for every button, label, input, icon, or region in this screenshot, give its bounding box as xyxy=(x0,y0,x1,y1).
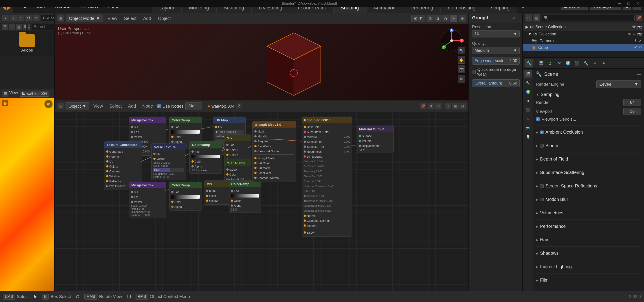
pan-button[interactable]: ✋ xyxy=(458,56,465,64)
rp-icon-1[interactable]: ⊞ xyxy=(525,14,532,21)
scene-eye-icon[interactable]: 👁 xyxy=(632,25,636,29)
shad-header[interactable]: ▶ Shadows xyxy=(536,249,641,258)
ne-settings-button[interactable]: ⚙ xyxy=(460,103,466,109)
solid-button[interactable]: ◕ xyxy=(434,15,442,22)
slot-select[interactable]: Slot 1 xyxy=(186,102,202,110)
camera-button[interactable]: 📷 xyxy=(458,65,465,73)
resolution-select[interactable]: 1K ▼ xyxy=(472,30,520,37)
ne-header-icon[interactable]: ⊞ xyxy=(58,103,64,109)
ne-select-button[interactable]: Select xyxy=(107,103,124,110)
perf-header[interactable]: ▶ Performance xyxy=(536,222,641,231)
viewport-denoise-checkbox[interactable] xyxy=(536,117,540,121)
collection-expand[interactable]: ▼ xyxy=(528,32,532,36)
sidebar-scene-icon[interactable]: 🔧 xyxy=(524,79,532,87)
dof-header[interactable]: ▶ Depth of Field xyxy=(536,155,641,163)
filter-button[interactable]: ▽ xyxy=(28,24,30,30)
tab-world[interactable]: 🌍 xyxy=(564,59,572,67)
ne-copy-button[interactable]: ⧉ xyxy=(428,103,434,109)
sidebar-cam-icon[interactable]: 📷 xyxy=(524,124,532,132)
grungit-close-button[interactable]: — xyxy=(516,15,520,20)
scene-search-input[interactable] xyxy=(542,15,634,21)
vol-header[interactable]: ▶ Volumetrics xyxy=(536,209,641,217)
ne-pin-button[interactable]: 📌 xyxy=(420,103,426,109)
edge-wear-scale-input[interactable]: Edge wear scale 2.00 xyxy=(472,57,520,64)
ne-view-button[interactable]: View xyxy=(91,103,105,110)
collection-camera-icon2[interactable]: 📷 xyxy=(637,32,642,36)
camera-visibility-icon[interactable]: ✓ xyxy=(639,39,642,43)
gizmo-button[interactable]: ⊕ xyxy=(458,15,466,22)
ssr-header[interactable]: ▶ Screen Space Reflections xyxy=(536,182,641,190)
add-button[interactable]: Add xyxy=(141,15,154,22)
zoom-button[interactable]: ⊕ xyxy=(44,100,52,108)
use-nodes-check[interactable] xyxy=(157,104,161,108)
viewport-overlays[interactable]: ⊙ ▼ xyxy=(412,15,425,22)
ao-checkbox[interactable] xyxy=(540,130,544,134)
sidebar-lamp-icon[interactable]: 💡 xyxy=(524,133,532,141)
use-nodes-checkbox[interactable]: Use Nodes xyxy=(157,104,184,109)
render-samples-input[interactable]: 64 xyxy=(623,99,641,106)
select-button[interactable]: Select xyxy=(122,15,139,22)
ne-object-select[interactable]: Object ▼ xyxy=(66,102,89,110)
sidebar-obj-icon[interactable]: ⬛ xyxy=(524,106,532,114)
tab-render[interactable]: 🎬 xyxy=(537,59,545,67)
view-list-button[interactable]: ☰ xyxy=(2,24,8,30)
nav-forward-button[interactable]: › xyxy=(10,15,16,21)
view-grid-button[interactable]: ⊞ xyxy=(9,24,15,30)
sidebar-filter-icon[interactable]: ▽ xyxy=(524,115,532,123)
ne-up-button[interactable]: ↑ xyxy=(445,103,452,109)
rp-pin-button[interactable]: 📌 xyxy=(636,15,642,21)
tab-output[interactable]: 🖨 xyxy=(546,59,554,67)
overall-amount-input[interactable]: Overall amount 0.60 xyxy=(472,79,520,87)
sss-header[interactable]: ▶ Subsurface Scattering xyxy=(536,168,641,177)
scene-collapse-button[interactable]: — xyxy=(637,72,641,77)
maximize-button[interactable]: □ xyxy=(625,0,632,7)
zoom-in-button[interactable]: 🔍 xyxy=(458,47,465,54)
ip-menu-button[interactable]: ☰ xyxy=(2,91,8,97)
tab-view[interactable]: 👁 xyxy=(555,59,563,67)
ip-material-name[interactable]: 🖼 wall-top.004 xyxy=(20,91,49,97)
bloom-checkbox[interactable] xyxy=(540,144,544,148)
folder-icon[interactable] xyxy=(19,34,35,47)
il-header[interactable]: ▶ Indirect Lighting xyxy=(536,262,641,271)
material-preview-button[interactable]: ◑ xyxy=(442,15,450,22)
bloom-header[interactable]: ▶ Bloom xyxy=(536,141,641,150)
viewport-header-icon[interactable]: ⊞ xyxy=(58,15,64,21)
collection-eye-icon[interactable]: 👁 xyxy=(628,32,632,36)
rendered-button[interactable]: ● xyxy=(450,15,457,22)
tab-active-scene[interactable]: 🔧 xyxy=(524,59,533,67)
cube-item[interactable]: ▣ Cube 👁 ▽ xyxy=(523,44,644,51)
ao-header[interactable]: ▶ Ambient Occlusion xyxy=(536,128,641,137)
bookmark-button[interactable]: ☆ xyxy=(33,15,40,21)
ssr-checkbox[interactable] xyxy=(540,184,544,188)
ne-add-button[interactable]: Add xyxy=(126,103,138,110)
object-button[interactable]: Object xyxy=(156,15,173,22)
camera-eye-icon[interactable]: 👁 xyxy=(634,39,638,43)
tab-particles[interactable]: ✦ xyxy=(591,59,599,67)
ne-close-button[interactable]: ✕ xyxy=(435,103,442,109)
quality-select[interactable]: Medium ▼ xyxy=(472,47,520,54)
view-tile-button[interactable]: ▦ xyxy=(16,24,22,30)
cube-modifier-icon[interactable]: ▽ xyxy=(639,45,642,50)
nav-refresh-button[interactable]: ↺ xyxy=(25,15,32,21)
sidebar-mat-icon[interactable]: ● xyxy=(524,97,532,105)
film-header[interactable]: ▶ Film xyxy=(536,276,641,285)
cube-eye-icon[interactable]: 👁 xyxy=(634,45,638,49)
mb-header[interactable]: ▶ Motion Blur xyxy=(536,195,641,204)
grungit-expand-button[interactable]: ⤢ xyxy=(512,15,516,20)
render-engine-select[interactable]: Eevee ▼ xyxy=(596,80,641,88)
scene-collection-expand[interactable]: ▶ xyxy=(526,24,528,29)
tab-modifier[interactable]: 🔧 xyxy=(582,59,590,67)
tab-object[interactable]: ⬛ xyxy=(573,59,581,67)
sidebar-render-icon[interactable]: 🎬 xyxy=(524,70,532,78)
rp-icon-2[interactable]: ▤ xyxy=(533,14,540,21)
hair-header[interactable]: ▶ Hair xyxy=(536,235,641,244)
tab-material[interactable]: ● xyxy=(600,59,608,67)
ne-down-button[interactable]: ⊞ xyxy=(452,103,458,109)
sampling-header[interactable]: ▼ Sampling xyxy=(536,90,641,99)
view-button[interactable]: View xyxy=(105,15,120,22)
object-mode-select[interactable]: Object Mode ▼ xyxy=(66,14,103,22)
viewport-3d-scene[interactable]: User Perspective (1) Collection | Cube xyxy=(55,24,468,100)
viewport-samples-input[interactable]: 16 xyxy=(623,108,641,115)
sidebar-world-icon[interactable]: 🌍 xyxy=(524,88,532,96)
collection-check-icon[interactable]: ✓ xyxy=(633,32,636,36)
